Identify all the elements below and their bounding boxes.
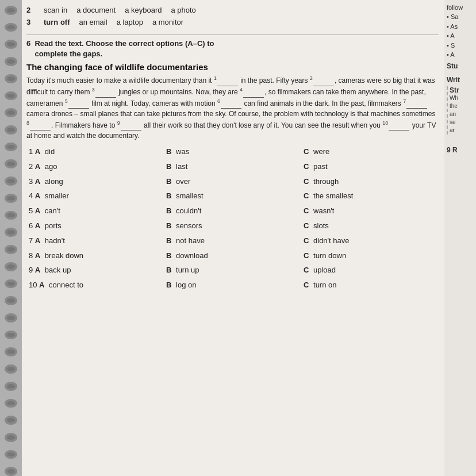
answer-2-a: 2 A ago: [26, 160, 164, 174]
answer-2-a-letter: A: [35, 162, 40, 171]
answer-1-c-text: were: [313, 147, 329, 156]
right-panel-item-sa: • Sa: [447, 12, 474, 22]
top-rows: 2 scan in a document a keyboard a photo …: [26, 5, 439, 29]
answer-1-a-text: did: [45, 147, 55, 156]
gap-4: [243, 86, 264, 98]
answer-8-b: B download: [164, 249, 301, 263]
sup-4: 4: [240, 87, 243, 93]
answer-6-c: C slots: [301, 219, 439, 233]
row-3-opt3: a monitor: [152, 17, 183, 29]
row-2-num: 2: [26, 5, 34, 17]
right-panel-nine: 9 R: [447, 146, 474, 154]
answer-3-num: 3: [29, 177, 35, 186]
answer-8-num: 8: [29, 251, 35, 260]
answer-6-num: 6: [29, 221, 35, 230]
row-2-verb: scan in: [44, 5, 67, 17]
answer-10-b-text: log on: [176, 281, 196, 289]
answer-5-c: C wasn't: [301, 204, 439, 218]
answer-9-b-text: turn up: [176, 266, 199, 274]
spiral-ring: [5, 382, 17, 391]
right-panel-follow: follow: [447, 3, 474, 12]
answer-2-b: B last: [164, 160, 301, 174]
answer-8-b-letter: B: [166, 251, 171, 260]
row-3-verb: turn off: [44, 17, 70, 29]
spiral-ring: [5, 125, 17, 135]
answer-2-b-text: last: [176, 162, 187, 171]
answer-2-b-letter: B: [166, 162, 171, 171]
answer-8-c: C turn down: [301, 249, 439, 263]
answer-2-c-text: past: [313, 162, 328, 171]
answer-9-num: 9: [29, 266, 35, 274]
answer-6-a-letter: A: [35, 221, 40, 230]
answer-7-a: 7 A hadn't: [26, 234, 164, 248]
answer-3-c-text: through: [313, 177, 339, 186]
article-title: The changing face of wildlife documentar…: [26, 62, 439, 73]
answer-grid: 1 A did B was C were 2 A ago B last C pa…: [26, 145, 439, 293]
answer-5-c-text: wasn't: [313, 206, 334, 215]
answer-2-num: 2: [29, 162, 35, 171]
gap-5: [68, 98, 89, 109]
sup-9: 9: [117, 120, 120, 126]
row-2-opt1: a document: [76, 5, 116, 17]
answer-3-a-letter: A: [35, 177, 40, 186]
answer-4-a-text: smaller: [45, 191, 69, 200]
spiral-ring: [5, 416, 17, 425]
spiral-ring: [5, 467, 17, 476]
answer-8-b-text: download: [176, 251, 208, 260]
answer-4-num: 4: [29, 191, 35, 200]
answer-7-b-text: not have: [176, 236, 205, 245]
answer-4-c-letter: C: [304, 191, 309, 200]
gap-3: [95, 86, 116, 98]
answer-6-b: B sensors: [164, 219, 301, 233]
spiral-ring: [5, 245, 17, 254]
answer-3-b-text: over: [176, 177, 190, 186]
answer-3-c-letter: C: [304, 177, 309, 186]
answer-6-a: 6 A ports: [26, 219, 164, 233]
sup-7: 7: [403, 98, 406, 104]
answer-6-b-letter: B: [166, 221, 171, 230]
answer-7-a-letter: A: [35, 236, 40, 245]
spiral-ring: [5, 433, 17, 442]
gap-7: [406, 98, 427, 109]
answer-10-c: C turn on: [301, 278, 439, 293]
row-2-opt3: a photo: [171, 5, 195, 17]
answer-10-a: 10 A connect to: [26, 278, 164, 293]
row-3-opt2: a laptop: [117, 17, 143, 29]
answer-9-a-text: back up: [45, 266, 71, 274]
gap-10: [389, 120, 409, 131]
answer-3-b-letter: B: [166, 177, 171, 186]
exercise6-instruction: 6 Read the text. Choose the correct opti…: [26, 39, 439, 59]
answer-3-a: 3 A along: [26, 175, 164, 189]
answer-1-c: C were: [301, 145, 439, 159]
spiral-ring: [5, 211, 17, 220]
spiral-ring: [5, 108, 17, 117]
answer-4-b-letter: B: [166, 191, 171, 200]
answer-7-c-letter: C: [304, 236, 309, 245]
spiral-ring: [5, 331, 17, 340]
answer-5-b: B couldn't: [164, 204, 301, 218]
right-panel-item-a: • A: [447, 31, 474, 41]
answer-5-a: 5 A can't: [26, 204, 164, 218]
spiral-ring: [5, 450, 17, 459]
answer-9-c-letter: C: [304, 266, 309, 274]
answer-6-a-text: ports: [45, 221, 62, 230]
sup-5: 5: [65, 98, 68, 104]
answer-8-c-text: turn down: [313, 251, 346, 260]
answer-10-b: B log on: [164, 278, 301, 293]
spiral-binding: [0, 0, 22, 476]
answer-8-a: 8 A break down: [26, 249, 164, 263]
answer-4-c: C the smallest: [301, 189, 439, 204]
spiral-ring: [5, 364, 17, 374]
answer-8-a-letter: A: [35, 251, 40, 260]
answer-10-a-letter: A: [39, 281, 44, 289]
answer-1-a-letter: A: [35, 147, 40, 156]
right-panel-str-body: Whtheansear: [450, 94, 474, 135]
spiral-ring: [5, 57, 17, 66]
right-panel-writ: Writ: [447, 76, 474, 84]
answer-9-b: B turn up: [164, 263, 301, 278]
answer-7-b-letter: B: [166, 236, 171, 245]
answer-9-c: C upload: [301, 263, 439, 278]
right-panel-str: Str Whtheansear: [447, 86, 474, 135]
right-panel-item-as: • As: [447, 22, 474, 32]
answer-10-a-text: connect to: [49, 281, 83, 289]
